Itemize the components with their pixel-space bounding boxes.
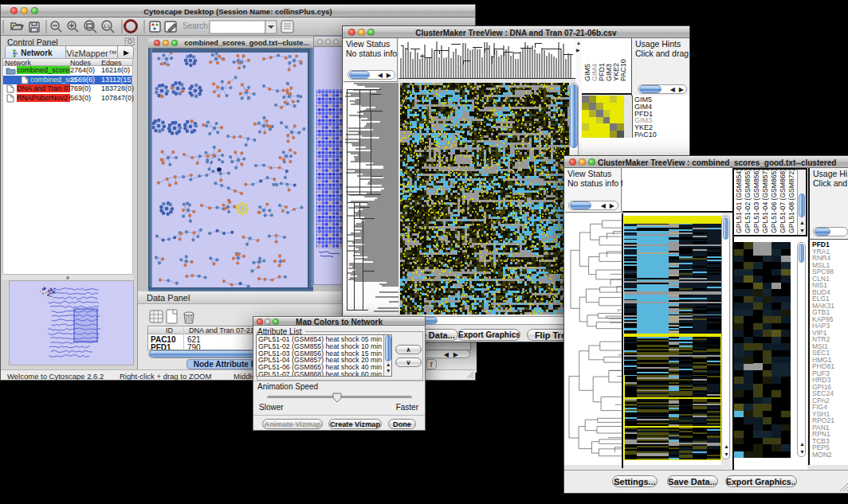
svg-text:GPL51-08 (GSM872): GPL51-08 (GSM872): [787, 170, 795, 233]
svg-text:GPL51-07 (GSM868): GPL51-07 (GSM868): [779, 170, 787, 233]
svg-text:PAC10: PAC10: [619, 59, 627, 81]
svg-text:GPL51-04 (GSM857): GPL51-04 (GSM857): [761, 170, 769, 233]
svg-text:GPL51-01 (GSM854): GPL51-01 (GSM854): [735, 170, 743, 233]
svg-text:Search:: Search:: [183, 21, 210, 30]
svg-text:1:1: 1:1: [104, 24, 111, 29]
svg-text:GPL51-03 (GSM856): GPL51-03 (GSM856): [752, 170, 760, 233]
svg-text:GPL51-06 (GSM865): GPL51-06 (GSM865): [770, 170, 778, 233]
svg-text:GPL51-02 (GSM855): GPL51-02 (GSM855): [744, 170, 752, 233]
